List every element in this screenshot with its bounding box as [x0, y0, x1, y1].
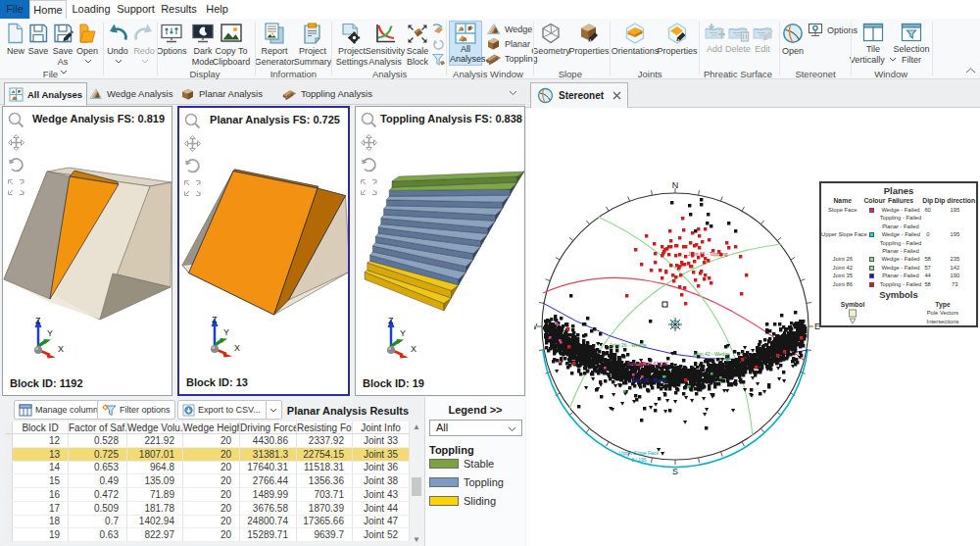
svg-text:Upper Slope Face: Upper Slope Face	[619, 450, 660, 456]
svg-text:N: N	[672, 180, 679, 190]
svg-text:Joint 35 - Planar: Joint 35 - Planar	[632, 377, 668, 383]
svg-text:Joint 42 - Wedge: Joint 42 - Wedge	[693, 351, 730, 357]
svg-text:X: X	[234, 343, 240, 353]
svg-text:Slope Face 60/195: Slope Face 60/195	[627, 361, 668, 367]
svg-text:X: X	[411, 344, 416, 354]
svg-text:X: X	[58, 344, 64, 354]
svg-text:Joint 86 - Toppling: Joint 86 - Toppling	[688, 251, 728, 257]
svg-text:Y: Y	[223, 327, 229, 337]
svg-text:Y: Y	[47, 328, 53, 338]
svg-text:0 / 195: 0 / 195	[631, 457, 647, 463]
svg-text:Z: Z	[35, 316, 41, 325]
svg-text:W: W	[534, 322, 538, 331]
svg-text:Y: Y	[400, 328, 406, 338]
svg-text:Z: Z	[212, 315, 218, 324]
svg-text:Joint 26 - Wedge: Joint 26 - Wedge	[610, 342, 647, 348]
svg-text:Z: Z	[388, 316, 394, 325]
svg-text:S: S	[672, 467, 678, 476]
